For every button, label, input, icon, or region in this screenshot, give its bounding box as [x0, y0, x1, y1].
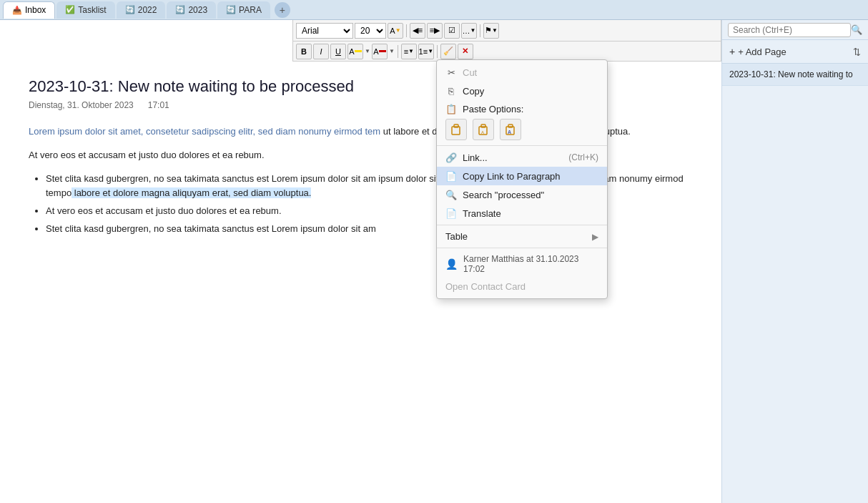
- context-menu-copy-link[interactable]: 📄 Copy Link to Paragraph: [437, 167, 607, 185]
- svg-rect-1: [454, 124, 458, 127]
- editor-area: Arial 20 A▼ ◀≡ ≡▶ ☑ …▼ ⚑▼ B I U A ▼ A ▼ …: [0, 20, 721, 503]
- link-shortcut: (Ctrl+K): [568, 152, 598, 162]
- paste-btn-3[interactable]: A: [500, 119, 521, 140]
- sidebar-note-preview: 2023-10-31: New note waiting to: [729, 69, 853, 79]
- main-layout: Arial 20 A▼ ◀≡ ≡▶ ☑ …▼ ⚑▼ B I U A ▼ A ▼ …: [0, 20, 868, 503]
- inbox-icon: 📥: [12, 6, 22, 15]
- divider2: [480, 24, 480, 37]
- context-menu-table[interactable]: Table ▶: [437, 228, 607, 245]
- tab-bar: 📥 Inbox ✅ Tasklist 🔄 2022 🔄 2023 🔄 PARA …: [0, 0, 868, 20]
- bold-button[interactable]: B: [296, 44, 312, 59]
- close-toolbar-button[interactable]: ✕: [458, 44, 473, 59]
- copy-link-label: Copy Link to Paragraph: [463, 171, 598, 182]
- copy-label: Copy: [463, 86, 598, 97]
- tab-tasklist[interactable]: ✅ Tasklist: [56, 1, 114, 19]
- open-contact-label: Open Contact Card: [445, 281, 598, 292]
- context-menu-open-contact[interactable]: Open Contact Card: [437, 278, 607, 296]
- flag-button[interactable]: ⚑▼: [483, 23, 499, 39]
- translate-label: Translate: [463, 208, 598, 219]
- sidebar-note-item[interactable]: 2023-10-31: New note waiting to: [722, 64, 868, 86]
- tab-para-label: PARA: [239, 5, 262, 15]
- tasklist-icon: ✅: [65, 5, 75, 14]
- search-label: Search "processed": [463, 190, 598, 200]
- context-menu-translate[interactable]: 📄 Translate: [437, 204, 607, 223]
- bullets-button[interactable]: ≡▼: [401, 44, 417, 59]
- cut-label: Cut: [463, 67, 598, 78]
- paste-buttons-row: A A: [437, 116, 607, 143]
- italic-button[interactable]: I: [313, 44, 329, 59]
- add-page-button[interactable]: + + Add Page: [729, 46, 786, 57]
- tab-tasklist-label: Tasklist: [78, 5, 106, 15]
- highlight-color-button[interactable]: A▼: [388, 23, 403, 39]
- divider-paste: [437, 145, 607, 146]
- table-arrow-icon: ▶: [592, 232, 598, 242]
- search-button[interactable]: 🔍: [851, 24, 862, 35]
- tabpara-icon: 🔄: [226, 5, 236, 14]
- add-tab-button[interactable]: +: [275, 2, 290, 18]
- paste-btn-2[interactable]: A: [473, 119, 494, 140]
- svg-text:A: A: [481, 130, 484, 135]
- context-menu-cut[interactable]: ✂ Cut: [437, 63, 607, 82]
- search-bar: 🔍: [722, 20, 868, 40]
- add-page-label: + Add Page: [738, 47, 786, 57]
- context-menu: ✂ Cut ⎘ Copy 📋 Paste Options: A: [436, 59, 608, 299]
- paste-options-label: Paste Options:: [463, 104, 523, 114]
- divider-table: [437, 248, 607, 248]
- paste-options-section: 📋 Paste Options:: [437, 100, 607, 116]
- divider-translate: [437, 225, 607, 225]
- sort-button[interactable]: ⇅: [853, 47, 861, 57]
- divider3: [398, 45, 398, 58]
- tab-para[interactable]: 🔄 PARA: [217, 1, 270, 19]
- divider1: [406, 24, 407, 37]
- divider4: [437, 45, 438, 58]
- cut-icon: ✂: [445, 67, 457, 78]
- table-label: Table: [445, 231, 586, 242]
- svg-rect-6: [508, 124, 513, 127]
- copy-link-icon: 📄: [445, 170, 457, 182]
- checkbox-button[interactable]: ☑: [444, 23, 460, 39]
- user-label: Karner Matthias at 31.10.2023 17:02: [463, 254, 598, 274]
- format-toolbar-row1: Arial 20 A▼ ◀≡ ≡▶ ☑ …▼ ⚑▼: [292, 20, 721, 41]
- tab-inbox[interactable]: 📥 Inbox: [3, 1, 55, 19]
- note-date: Dienstag, 31. Oktober 2023: [29, 100, 134, 110]
- add-page-icon: +: [729, 46, 735, 57]
- clear-format-button[interactable]: 🧹: [440, 44, 456, 59]
- context-menu-user-row: 👤 Karner Matthias at 31.10.2023 17:02: [437, 250, 607, 278]
- tab2022-icon: 🔄: [125, 5, 135, 14]
- svg-rect-3: [481, 124, 485, 127]
- search-input[interactable]: [728, 23, 851, 37]
- tab-2022-label: 2022: [138, 5, 157, 15]
- context-menu-search[interactable]: 🔍 Search "processed": [437, 185, 607, 204]
- user-avatar-icon: 👤: [445, 258, 458, 270]
- copy-icon: ⎘: [445, 85, 457, 97]
- tab-2022[interactable]: 🔄 2022: [117, 1, 166, 19]
- note-content-area: 2023-10-31: New note waiting to be proce…: [0, 63, 721, 267]
- font-color-button[interactable]: A: [372, 44, 388, 59]
- link-label: Link...: [463, 152, 563, 163]
- format-toolbar-row2: B I U A ▼ A ▼ ≡▼ 1≡▼ 🧹 ✕: [292, 41, 721, 62]
- font-family-select[interactable]: Arial: [296, 23, 353, 39]
- right-sidebar: 🔍 + + Add Page ⇅ 2023-10-31: New note wa…: [721, 20, 868, 503]
- tab2023-icon: 🔄: [175, 5, 185, 14]
- translate-icon: 📄: [445, 207, 457, 219]
- tab-2023[interactable]: 🔄 2023: [167, 1, 216, 19]
- link-icon: 🔗: [445, 152, 457, 163]
- sidebar-header: + + Add Page ⇅: [722, 40, 868, 64]
- context-menu-link[interactable]: 🔗 Link... (Ctrl+K): [437, 148, 607, 167]
- font-highlight-button[interactable]: A: [347, 44, 363, 59]
- context-menu-copy[interactable]: ⎘ Copy: [437, 82, 607, 100]
- svg-text:A: A: [508, 130, 511, 135]
- tab-2023-label: 2023: [188, 5, 207, 15]
- numbered-button[interactable]: 1≡▼: [418, 44, 434, 59]
- more-options-button[interactable]: …▼: [461, 23, 477, 39]
- indent-button[interactable]: ≡▶: [427, 23, 443, 39]
- tab-inbox-label: Inbox: [25, 5, 46, 15]
- note-time: 17:01: [148, 100, 169, 110]
- outdent-button[interactable]: ◀≡: [410, 23, 425, 39]
- search-icon: 🔍: [445, 189, 457, 200]
- font-size-select[interactable]: 20: [355, 23, 386, 39]
- underline-button[interactable]: U: [330, 44, 346, 59]
- paste-icon: 📋: [445, 103, 457, 114]
- paste-btn-1[interactable]: [445, 119, 467, 140]
